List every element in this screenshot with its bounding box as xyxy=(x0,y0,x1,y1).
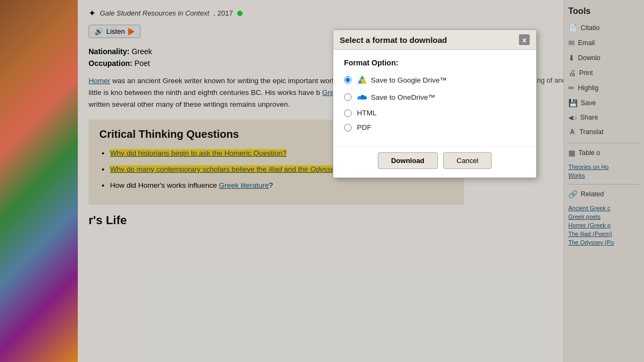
format-option-onedrive[interactable]: Save to OneDrive™ xyxy=(344,92,525,102)
format-option-gdrive[interactable]: Save to Google Drive™ xyxy=(344,75,525,85)
modal-footer: Download Cancel xyxy=(333,146,536,178)
format-option-pdf[interactable]: PDF xyxy=(344,123,525,131)
download-modal: Select a format to download x Format Opt… xyxy=(333,29,537,178)
gdrive-icon xyxy=(357,75,368,85)
download-button[interactable]: Download xyxy=(378,152,438,169)
pdf-label: PDF xyxy=(357,123,371,131)
gdrive-label: Save to Google Drive™ xyxy=(357,75,447,85)
format-label: Format Option: xyxy=(344,58,525,67)
radio-onedrive[interactable] xyxy=(344,93,352,101)
format-option-html[interactable]: HTML xyxy=(344,109,525,117)
modal-header: Select a format to download x xyxy=(333,30,536,50)
onedrive-label: Save to OneDrive™ xyxy=(357,92,435,102)
radio-gdrive[interactable] xyxy=(344,76,352,84)
modal-close-button[interactable]: x xyxy=(519,34,530,45)
html-label: HTML xyxy=(357,109,377,117)
modal-overlay xyxy=(0,0,644,362)
radio-html[interactable] xyxy=(344,109,352,117)
modal-title: Select a format to download xyxy=(340,35,447,45)
radio-pdf[interactable] xyxy=(344,124,352,131)
modal-body: Format Option: Save to Google Drive™ xyxy=(333,50,536,146)
cancel-button[interactable]: Cancel xyxy=(443,152,492,169)
onedrive-icon xyxy=(357,92,368,102)
